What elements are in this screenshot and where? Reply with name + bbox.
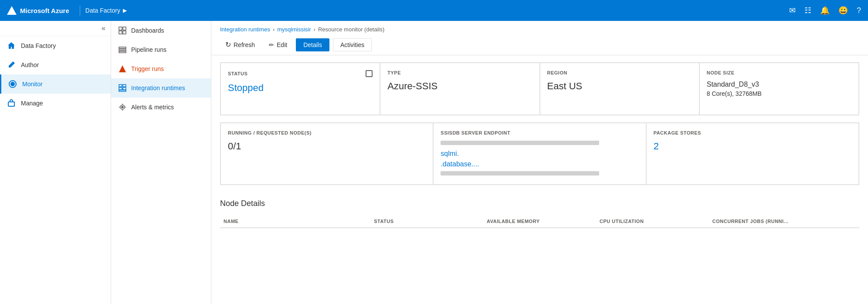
dashboards-icon — [118, 26, 127, 35]
details-tab[interactable]: Details — [296, 38, 329, 51]
activities-label: Activities — [340, 41, 364, 48]
nav-item-pipeline-runs[interactable]: Pipeline runs — [111, 40, 211, 59]
sidebar-item-data-factory[interactable]: Data Factory — [0, 36, 111, 55]
sidebar-label-monitor: Monitor — [22, 81, 43, 88]
col-header-status: STATUS — [370, 219, 483, 224]
account-icon[interactable]: 😀 — [838, 6, 848, 15]
svg-rect-14 — [119, 88, 122, 90]
package-stores-label: PACKAGE STORES — [654, 130, 851, 135]
breadcrumb-current: Resource monitor (details) — [318, 26, 384, 33]
breadcrumb-sep-1: › — [273, 26, 275, 33]
app-layout: « Data Factory Author — [0, 21, 868, 304]
nav-label-trigger-runs: Trigger runs — [131, 65, 164, 72]
refresh-label: Refresh — [234, 41, 255, 48]
help-icon[interactable]: ? — [857, 6, 861, 15]
portal-menu-icon[interactable]: ☷ — [804, 6, 811, 15]
topbar-section: Data Factory ▶ — [85, 7, 127, 14]
sidebar-label-data-factory: Data Factory — [21, 42, 56, 49]
nav-item-dashboards[interactable]: Dashboards — [111, 21, 211, 40]
node-details-section: Node Details NAME STATUS AVAILABLE MEMOR… — [211, 192, 868, 235]
running-nodes-label: RUNNING / REQUESTED NODE(S) — [228, 130, 426, 135]
topbar-divider — [80, 5, 80, 16]
ssisdb-endpoint-card: SSISDB SERVER ENDPOINT sqlmi..database..… — [433, 123, 646, 185]
main-content: Integration runtimes › mysqlmissisir › R… — [211, 21, 868, 304]
node-size-card-label: NODE SIZE — [707, 70, 851, 75]
notifications-icon[interactable]: 🔔 — [820, 6, 830, 15]
edit-label: Edit — [277, 41, 287, 48]
region-card-label: REGION — [547, 70, 692, 75]
node-size-subvalue: 8 Core(s), 32768MB — [707, 90, 851, 97]
topbar-icons: ✉ ☷ 🔔 😀 ? — [789, 6, 861, 15]
svg-rect-13 — [123, 84, 126, 87]
status-card: STATUS Stopped — [220, 63, 380, 115]
briefcase-icon — [7, 99, 16, 108]
nav-item-integration-runtimes[interactable]: Integration runtimes — [111, 78, 211, 98]
topbar: Microsoft Azure Data Factory ▶ ✉ ☷ 🔔 😀 ? — [0, 0, 868, 21]
pipeline-runs-icon — [118, 45, 127, 54]
svg-point-2 — [10, 82, 15, 86]
topbar-product-name: Microsoft Azure — [20, 7, 69, 14]
package-stores-value: 2 — [654, 141, 851, 152]
sidebar-item-author[interactable]: Author — [0, 55, 111, 74]
node-details-table-header: NAME STATUS AVAILABLE MEMORY CPU UTILIZA… — [220, 215, 859, 228]
package-stores-card: PACKAGE STORES 2 — [646, 123, 859, 185]
col-header-name: NAME — [220, 219, 370, 224]
topbar-section-label: Data Factory — [85, 7, 120, 14]
trigger-runs-icon — [118, 64, 127, 73]
svg-rect-15 — [123, 88, 126, 90]
running-nodes-value: 0/1 — [228, 141, 426, 152]
details-label: Details — [303, 41, 322, 48]
collapse-icon[interactable]: « — [102, 24, 105, 32]
cards-row-2: RUNNING / REQUESTED NODE(S) 0/1 SSISDB S… — [220, 122, 859, 185]
breadcrumb-mysqlmissisir[interactable]: mysqlmissisir — [277, 26, 311, 33]
pencil-icon — [7, 61, 16, 69]
svg-marker-0 — [7, 6, 17, 15]
activities-tab[interactable]: Activities — [333, 38, 372, 51]
region-card: REGION East US — [540, 63, 699, 115]
svg-rect-7 — [123, 31, 126, 34]
svg-rect-8 — [119, 47, 126, 48]
edit-icon: ✏ — [269, 41, 274, 48]
svg-rect-9 — [119, 49, 126, 51]
edit-button[interactable]: ✏ Edit — [264, 39, 292, 51]
sidebar-item-monitor[interactable]: Monitor — [0, 74, 111, 94]
nav-label-pipeline-runs: Pipeline runs — [131, 46, 166, 53]
svg-rect-4 — [119, 27, 122, 30]
svg-rect-5 — [123, 27, 126, 30]
nav-label-dashboards: Dashboards — [131, 27, 164, 34]
monitor-icon — [8, 80, 17, 88]
sidebar-label-author: Author — [21, 61, 39, 68]
svg-rect-3 — [8, 102, 14, 106]
col-header-available-memory: AVAILABLE MEMORY — [483, 219, 596, 224]
topbar-chevron: ▶ — [123, 7, 127, 14]
type-card: TYPE Azure-SSIS — [380, 63, 539, 115]
left-nav: « Data Factory Author — [0, 21, 111, 304]
breadcrumb-integration-runtimes[interactable]: Integration runtimes — [220, 26, 270, 33]
refresh-icon: ↻ — [225, 41, 231, 49]
status-value: Stopped — [228, 82, 373, 94]
status-card-label: STATUS — [228, 70, 373, 77]
region-value: East US — [547, 81, 692, 92]
sidebar-label-manage: Manage — [21, 100, 43, 107]
home-icon — [7, 41, 16, 50]
type-value: Azure-SSIS — [387, 81, 532, 92]
nav-collapse-btn[interactable]: « — [0, 21, 111, 36]
nav-item-trigger-runs[interactable]: Trigger runs — [111, 59, 211, 78]
node-size-value: Standard_D8_v3 — [707, 81, 851, 88]
col-header-concurrent-jobs: CONCURRENT JOBS (RUNNI... — [709, 219, 859, 224]
svg-point-18 — [122, 106, 123, 108]
nav-label-integration-runtimes: Integration runtimes — [131, 84, 185, 91]
nav-item-alerts-metrics[interactable]: Alerts & metrics — [111, 98, 211, 117]
toolbar: ↻ Refresh ✏ Edit Details Activities — [211, 34, 868, 55]
feedback-icon[interactable]: ✉ — [789, 6, 796, 15]
sidebar-item-manage[interactable]: Manage — [0, 94, 111, 113]
refresh-button[interactable]: ↻ Refresh — [220, 38, 260, 51]
col-header-cpu-utilization: CPU UTILIZATION — [596, 219, 709, 224]
ssisdb-endpoint-value: sqlmi..database.... — [441, 149, 638, 169]
svg-rect-10 — [119, 51, 126, 53]
second-nav: Dashboards Pipeline runs Trigger runs — [111, 21, 211, 304]
nav-label-alerts-metrics: Alerts & metrics — [131, 104, 174, 111]
svg-marker-11 — [119, 65, 126, 72]
type-card-label: TYPE — [387, 70, 532, 75]
azure-logo: Microsoft Azure — [7, 6, 69, 15]
